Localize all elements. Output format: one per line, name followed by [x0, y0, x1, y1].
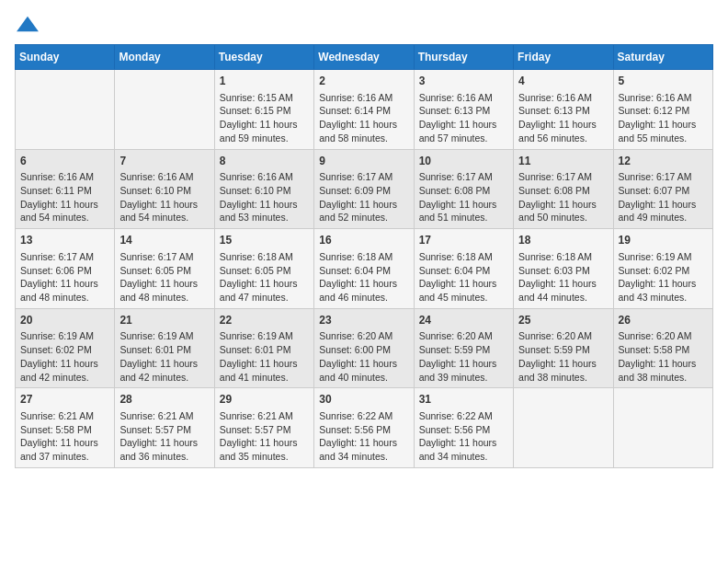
- day-of-week-header: Wednesday: [314, 45, 414, 70]
- calendar-cell: 7Sunrise: 6:16 AMSunset: 6:10 PMDaylight…: [115, 149, 214, 229]
- day-detail: Daylight: 11 hours and 57 minutes.: [419, 118, 508, 144]
- day-detail: Sunrise: 6:22 AM: [419, 409, 508, 423]
- day-detail: Sunrise: 6:21 AM: [20, 409, 109, 423]
- calendar-cell: 15Sunrise: 6:18 AMSunset: 6:05 PMDayligh…: [214, 229, 313, 309]
- calendar-cell: 20Sunrise: 6:19 AMSunset: 6:02 PMDayligh…: [16, 308, 115, 388]
- day-number: 16: [319, 233, 408, 248]
- calendar-week-row: 27Sunrise: 6:21 AMSunset: 5:58 PMDayligh…: [16, 388, 713, 468]
- day-detail: Sunrise: 6:16 AM: [419, 91, 508, 105]
- day-number: 10: [419, 154, 508, 169]
- day-detail: Sunset: 6:01 PM: [119, 343, 209, 357]
- calendar-cell: 30Sunrise: 6:22 AMSunset: 5:56 PMDayligh…: [314, 388, 414, 468]
- day-number: 19: [619, 233, 708, 248]
- calendar-cell: 9Sunrise: 6:17 AMSunset: 6:09 PMDaylight…: [314, 149, 414, 229]
- day-number: 4: [518, 74, 608, 89]
- day-detail: Sunrise: 6:16 AM: [319, 91, 408, 105]
- calendar-cell: [613, 388, 712, 468]
- day-number: 25: [518, 313, 608, 328]
- day-detail: Sunrise: 6:18 AM: [419, 250, 508, 264]
- day-detail: Sunrise: 6:20 AM: [619, 329, 708, 343]
- day-detail: Sunset: 5:57 PM: [220, 423, 309, 437]
- day-detail: Daylight: 11 hours and 48 minutes.: [20, 277, 109, 304]
- calendar-cell: 19Sunrise: 6:19 AMSunset: 6:02 PMDayligh…: [613, 229, 712, 309]
- day-detail: Daylight: 11 hours and 35 minutes.: [220, 436, 309, 463]
- calendar-cell: 11Sunrise: 6:17 AMSunset: 6:08 PMDayligh…: [514, 149, 613, 229]
- day-detail: Sunset: 6:07 PM: [619, 184, 708, 198]
- calendar-table: SundayMondayTuesdayWednesdayThursdayFrid…: [15, 44, 713, 468]
- day-detail: Daylight: 11 hours and 42 minutes.: [20, 357, 109, 384]
- day-detail: Sunset: 6:02 PM: [20, 343, 109, 357]
- day-detail: Daylight: 11 hours and 44 minutes.: [518, 277, 608, 304]
- day-number: 27: [20, 392, 109, 408]
- day-detail: Sunset: 6:10 PM: [220, 184, 309, 198]
- day-detail: Daylight: 11 hours and 40 minutes.: [319, 357, 408, 384]
- day-detail: Daylight: 11 hours and 50 minutes.: [518, 198, 608, 224]
- day-detail: Sunrise: 6:18 AM: [518, 250, 608, 264]
- day-number: 24: [419, 313, 508, 328]
- logo-icon: [15, 15, 40, 35]
- day-number: 26: [619, 313, 708, 328]
- day-number: 21: [119, 313, 209, 328]
- day-detail: Sunrise: 6:17 AM: [20, 250, 109, 264]
- day-detail: Sunset: 6:11 PM: [20, 184, 109, 198]
- day-detail: Daylight: 11 hours and 38 minutes.: [518, 357, 608, 384]
- calendar-cell: 27Sunrise: 6:21 AMSunset: 5:58 PMDayligh…: [16, 388, 115, 468]
- day-number: 1: [220, 74, 309, 89]
- page-header: [15, 15, 713, 35]
- calendar-cell: 28Sunrise: 6:21 AMSunset: 5:57 PMDayligh…: [115, 388, 214, 468]
- calendar-header-row: SundayMondayTuesdayWednesdayThursdayFrid…: [16, 45, 713, 70]
- day-detail: Sunrise: 6:21 AM: [220, 409, 309, 423]
- day-detail: Daylight: 11 hours and 51 minutes.: [419, 198, 508, 224]
- day-detail: Sunset: 6:04 PM: [319, 264, 408, 278]
- day-detail: Sunrise: 6:17 AM: [619, 170, 708, 184]
- day-of-week-header: Thursday: [414, 45, 513, 70]
- calendar-cell: [16, 70, 115, 150]
- day-detail: Sunset: 6:10 PM: [119, 184, 209, 198]
- day-detail: Daylight: 11 hours and 46 minutes.: [319, 277, 408, 304]
- calendar-cell: 24Sunrise: 6:20 AMSunset: 5:59 PMDayligh…: [414, 308, 513, 388]
- day-detail: Sunset: 6:13 PM: [518, 104, 608, 118]
- day-detail: Sunset: 6:14 PM: [319, 104, 408, 118]
- day-detail: Sunrise: 6:18 AM: [220, 250, 309, 264]
- logo: [15, 15, 44, 35]
- day-detail: Sunset: 6:03 PM: [518, 264, 608, 278]
- day-detail: Daylight: 11 hours and 54 minutes.: [119, 198, 209, 224]
- day-detail: Sunset: 6:01 PM: [220, 343, 309, 357]
- day-detail: Daylight: 11 hours and 56 minutes.: [518, 118, 608, 144]
- day-number: 31: [419, 392, 508, 408]
- day-of-week-header: Tuesday: [214, 45, 313, 70]
- calendar-cell: [115, 70, 214, 150]
- day-detail: Sunrise: 6:22 AM: [319, 409, 408, 423]
- day-detail: Sunrise: 6:19 AM: [619, 250, 708, 264]
- day-number: 3: [419, 74, 508, 89]
- day-detail: Sunset: 6:13 PM: [419, 104, 508, 118]
- day-detail: Sunrise: 6:17 AM: [518, 170, 608, 184]
- day-detail: Daylight: 11 hours and 36 minutes.: [119, 436, 209, 463]
- day-detail: Sunset: 6:08 PM: [518, 184, 608, 198]
- calendar-week-row: 13Sunrise: 6:17 AMSunset: 6:06 PMDayligh…: [16, 229, 713, 309]
- calendar-cell: 5Sunrise: 6:16 AMSunset: 6:12 PMDaylight…: [613, 70, 712, 150]
- day-detail: Sunrise: 6:18 AM: [319, 250, 408, 264]
- day-detail: Sunset: 6:08 PM: [419, 184, 508, 198]
- day-of-week-header: Monday: [115, 45, 214, 70]
- day-detail: Sunrise: 6:16 AM: [619, 91, 708, 105]
- calendar-cell: 17Sunrise: 6:18 AMSunset: 6:04 PMDayligh…: [414, 229, 513, 309]
- day-of-week-header: Saturday: [613, 45, 712, 70]
- day-number: 9: [319, 154, 408, 169]
- day-detail: Sunset: 5:56 PM: [319, 423, 408, 437]
- calendar-cell: 18Sunrise: 6:18 AMSunset: 6:03 PMDayligh…: [514, 229, 613, 309]
- day-detail: Sunset: 5:59 PM: [518, 343, 608, 357]
- day-detail: Sunset: 5:57 PM: [119, 423, 209, 437]
- day-detail: Daylight: 11 hours and 52 minutes.: [319, 198, 408, 224]
- day-number: 28: [119, 392, 209, 408]
- day-number: 22: [220, 313, 309, 328]
- calendar-cell: 16Sunrise: 6:18 AMSunset: 6:04 PMDayligh…: [314, 229, 414, 309]
- day-number: 6: [20, 154, 109, 169]
- day-detail: Sunset: 6:02 PM: [619, 264, 708, 278]
- day-number: 30: [319, 392, 408, 408]
- day-detail: Sunset: 6:15 PM: [220, 104, 309, 118]
- day-detail: Daylight: 11 hours and 45 minutes.: [419, 277, 508, 304]
- day-detail: Sunrise: 6:17 AM: [119, 250, 209, 264]
- day-number: 7: [119, 154, 209, 169]
- day-detail: Sunrise: 6:19 AM: [20, 329, 109, 343]
